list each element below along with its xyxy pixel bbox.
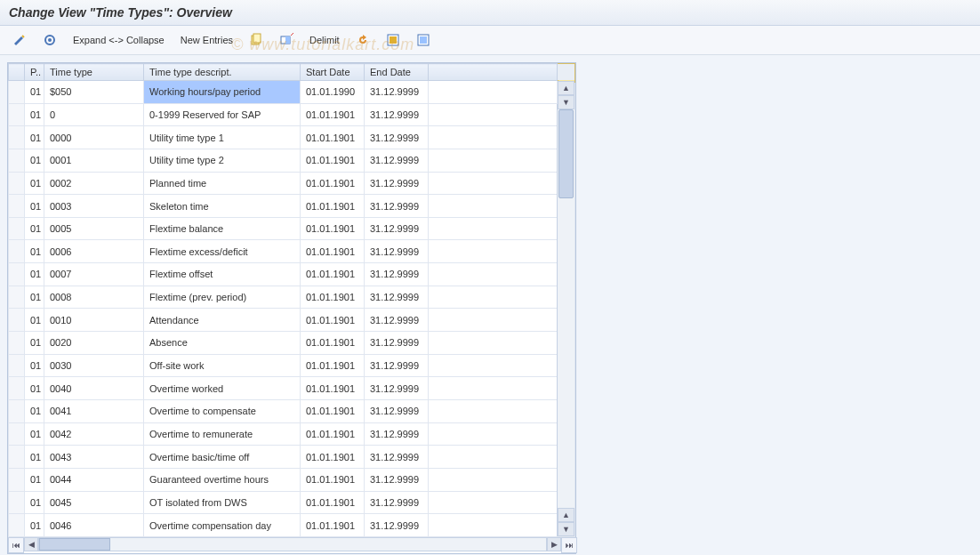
table-row[interactable]: 010002Planned time01.01.190131.12.9999 (9, 172, 575, 195)
cell-p[interactable]: 01 (25, 195, 44, 218)
new-entries-button[interactable]: New Entries (175, 33, 238, 47)
scroll-right-icon[interactable]: ▶ (547, 537, 561, 551)
cell-descript[interactable]: Flextime excess/deficit (144, 240, 301, 263)
cell-start-date[interactable]: 01.01.1901 (301, 354, 365, 377)
cell-p[interactable]: 01 (25, 332, 44, 355)
row-selector[interactable] (9, 309, 25, 332)
expand-collapse-button[interactable]: Expand <-> Collapse (68, 33, 170, 47)
select-all-icon[interactable] (381, 31, 406, 49)
cell-time-type[interactable]: 0020 (44, 332, 144, 355)
cell-time-type[interactable]: 0000 (44, 126, 144, 149)
hscroll-thumb[interactable] (39, 538, 110, 551)
cell-end-date[interactable]: 31.12.9999 (365, 195, 429, 218)
cell-p[interactable]: 01 (25, 446, 44, 469)
last-col-icon[interactable]: ⏭ (561, 537, 577, 553)
cell-time-type[interactable]: 0003 (44, 195, 144, 218)
cell-start-date[interactable]: 01.01.1901 (301, 514, 365, 537)
table-row[interactable]: 010008Flextime (prev. period)01.01.19013… (9, 286, 575, 309)
cell-end-date[interactable]: 31.12.9999 (365, 286, 429, 309)
cell-time-type[interactable]: 0030 (44, 354, 144, 377)
table-row[interactable]: 010001Utility time type 201.01.190131.12… (9, 149, 575, 172)
row-selector[interactable] (9, 149, 25, 172)
row-selector[interactable] (9, 286, 25, 309)
vscroll-track[interactable] (558, 109, 574, 508)
cell-end-date[interactable]: 31.12.9999 (365, 468, 429, 491)
row-selector[interactable] (9, 399, 25, 422)
cell-start-date[interactable]: 01.01.1901 (301, 446, 365, 469)
other-view-icon[interactable] (37, 31, 62, 49)
cell-end-date[interactable]: 31.12.9999 (365, 399, 429, 422)
cell-start-date[interactable]: 01.01.1901 (301, 468, 365, 491)
delete-icon[interactable] (274, 31, 299, 49)
cell-p[interactable]: 01 (25, 491, 44, 514)
cell-end-date[interactable]: 31.12.9999 (365, 377, 429, 400)
row-selector[interactable] (9, 240, 25, 263)
cell-p[interactable]: 01 (25, 240, 44, 263)
cell-descript[interactable]: Guaranteed overtime hours (144, 468, 301, 491)
cell-p[interactable]: 01 (25, 217, 44, 240)
cell-descript[interactable]: Absence (144, 332, 301, 355)
hscroll-track[interactable] (38, 537, 547, 551)
cell-end-date[interactable]: 31.12.9999 (365, 126, 429, 149)
cell-end-date[interactable]: 31.12.9999 (365, 332, 429, 355)
cell-end-date[interactable]: 31.12.9999 (365, 263, 429, 286)
table-row[interactable]: 01$050Working hours/pay period01.01.1990… (9, 81, 575, 104)
undo-icon[interactable] (350, 31, 375, 49)
cell-descript[interactable]: Attendance (144, 309, 301, 332)
cell-time-type[interactable]: 0044 (44, 468, 144, 491)
row-selector[interactable] (9, 172, 25, 195)
cell-p[interactable]: 01 (25, 149, 44, 172)
cell-descript[interactable]: OT isolated from DWS (144, 491, 301, 514)
cell-time-type[interactable]: 0046 (44, 514, 144, 537)
row-selector[interactable] (9, 446, 25, 469)
cell-time-type[interactable]: 0006 (44, 240, 144, 263)
row-selector[interactable] (9, 263, 25, 286)
table-row[interactable]: 0100-1999 Reserved for SAP01.01.190131.1… (9, 103, 575, 126)
cell-descript[interactable]: Utility time type 1 (144, 126, 301, 149)
cell-time-type[interactable]: 0001 (44, 149, 144, 172)
row-selector[interactable] (9, 126, 25, 149)
cell-start-date[interactable]: 01.01.1901 (301, 309, 365, 332)
cell-p[interactable]: 01 (25, 309, 44, 332)
col-end-date[interactable]: End Date (365, 64, 429, 81)
cell-start-date[interactable]: 01.01.1990 (301, 81, 365, 104)
cell-end-date[interactable]: 31.12.9999 (365, 149, 429, 172)
scroll-down-icon[interactable]: ▼ (558, 95, 574, 109)
row-selector[interactable] (9, 377, 25, 400)
cell-descript[interactable]: Skeleton time (144, 195, 301, 218)
cell-p[interactable]: 01 (25, 263, 44, 286)
row-selector[interactable] (9, 103, 25, 126)
row-selector[interactable] (9, 217, 25, 240)
toggle-change-icon[interactable] (7, 31, 32, 49)
table-row[interactable]: 010043Overtime basic/time off01.01.19013… (9, 446, 575, 469)
cell-start-date[interactable]: 01.01.1901 (301, 263, 365, 286)
col-descript[interactable]: Time type descript. (144, 64, 301, 81)
cell-p[interactable]: 01 (25, 126, 44, 149)
row-selector[interactable] (9, 514, 25, 537)
cell-start-date[interactable]: 01.01.1901 (301, 240, 365, 263)
cell-end-date[interactable]: 31.12.9999 (365, 514, 429, 537)
table-row[interactable]: 010042Overtime to remunerate01.01.190131… (9, 422, 575, 446)
first-col-icon[interactable]: ⏮ (8, 537, 24, 553)
table-row[interactable]: 010041Overtime to compensate01.01.190131… (9, 399, 575, 422)
table-row[interactable]: 010030Off-site work01.01.190131.12.9999 (9, 354, 575, 377)
cell-start-date[interactable]: 01.01.1901 (301, 491, 365, 514)
cell-start-date[interactable]: 01.01.1901 (301, 103, 365, 126)
cell-descript[interactable]: Working hours/pay period (144, 81, 301, 104)
cell-p[interactable]: 01 (25, 172, 44, 195)
table-row[interactable]: 010040Overtime worked01.01.190131.12.999… (9, 377, 575, 400)
cell-descript[interactable]: Utility time type 2 (144, 149, 301, 172)
cell-descript[interactable]: Planned time (144, 172, 301, 195)
cell-time-type[interactable]: 0045 (44, 491, 144, 514)
cell-descript[interactable]: 0-1999 Reserved for SAP (144, 103, 301, 126)
cell-time-type[interactable]: 0005 (44, 217, 144, 240)
cell-start-date[interactable]: 01.01.1901 (301, 377, 365, 400)
cell-p[interactable]: 01 (25, 514, 44, 537)
cell-time-type[interactable]: 0041 (44, 399, 144, 422)
col-time-type[interactable]: Time type (44, 64, 144, 81)
cell-end-date[interactable]: 31.12.9999 (365, 217, 429, 240)
cell-end-date[interactable]: 31.12.9999 (365, 81, 429, 104)
cell-start-date[interactable]: 01.01.1901 (301, 217, 365, 240)
row-selector[interactable] (9, 332, 25, 355)
table-row[interactable]: 010045OT isolated from DWS01.01.190131.1… (9, 491, 575, 514)
